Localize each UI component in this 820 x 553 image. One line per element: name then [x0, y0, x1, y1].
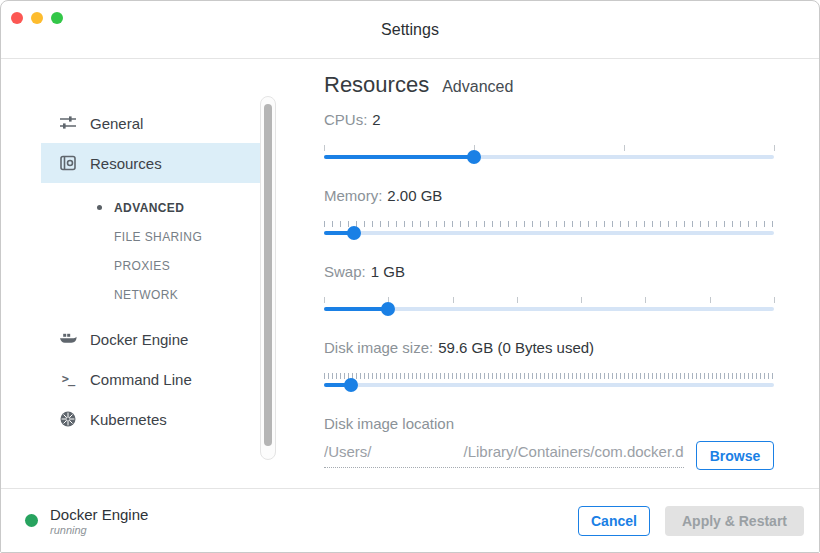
swap-value: 1 GB — [371, 263, 405, 280]
sidebar-item-general[interactable]: General — [41, 103, 263, 143]
sidebar-scrollbar-thumb[interactable] — [264, 104, 272, 446]
status-title: Docker Engine — [50, 506, 148, 523]
slider-handle[interactable] — [347, 226, 361, 240]
titlebar: Settings — [1, 1, 819, 59]
swap-slider-track-area[interactable] — [324, 297, 774, 315]
slider-handle[interactable] — [467, 150, 481, 164]
zoom-button[interactable] — [51, 12, 63, 24]
memory-label: Memory: — [324, 187, 382, 204]
browse-button[interactable]: Browse — [696, 441, 774, 470]
disk-size-label: Disk image size: — [324, 339, 433, 356]
sidebar-item-label: Resources — [90, 155, 162, 172]
sidebar-item-label: Docker Engine — [90, 331, 188, 348]
resources-sub-list: ADVANCED FILE SHARING PROXIES NETWORK — [41, 193, 263, 309]
resources-icon — [59, 154, 77, 172]
cpus-slider-track-area[interactable] — [324, 145, 774, 163]
sidebar-item-label: Kubernetes — [90, 411, 167, 428]
sidebar-item-kubernetes[interactable]: Kubernetes — [41, 399, 263, 439]
slider-fill — [324, 307, 388, 311]
sidebar-item-label: Command Line — [90, 371, 192, 388]
page-subtitle: Advanced — [442, 78, 513, 96]
footer-bar: Docker Engine running Cancel Apply & Res… — [1, 488, 819, 552]
slider-track[interactable] — [324, 383, 774, 387]
sidebar-subitem-file-sharing[interactable]: FILE SHARING — [41, 222, 263, 251]
sidebar-subitem-advanced[interactable]: ADVANCED — [41, 193, 263, 222]
main-panel: Resources Advanced CPUs:2 Memory:2.00 GB — [309, 59, 819, 489]
sidebar-subitem-proxies[interactable]: PROXIES — [41, 251, 263, 280]
sidebar-item-label: General — [90, 115, 143, 132]
cpus-value: 2 — [372, 111, 380, 128]
disk-size-slider: Disk image size:59.6 GB (0 Bytes used) — [324, 339, 774, 391]
page-title: Resources — [324, 72, 429, 98]
close-button[interactable] — [11, 12, 23, 24]
disk-size-value: 59.6 GB (0 Bytes used) — [438, 339, 594, 356]
settings-window: Settings General — [0, 0, 820, 553]
whale-icon — [59, 330, 77, 348]
slider-handle[interactable] — [344, 378, 358, 392]
slider-ticks — [324, 221, 774, 227]
cancel-button[interactable]: Cancel — [578, 506, 650, 536]
swap-slider: Swap:1 GB — [324, 263, 774, 315]
kubernetes-icon — [59, 410, 77, 428]
sidebar-item-docker-engine[interactable]: Docker Engine — [41, 319, 263, 359]
cpus-slider: CPUs:2 — [324, 111, 774, 163]
sidebar-scrollbar-track[interactable] — [260, 96, 276, 460]
status-state: running — [50, 524, 148, 536]
slider-track[interactable] — [324, 231, 774, 235]
slider-ticks — [324, 145, 774, 151]
disk-size-slider-track-area[interactable] — [324, 373, 774, 391]
window-title: Settings — [381, 21, 439, 39]
minimize-button[interactable] — [31, 12, 43, 24]
apply-restart-button[interactable]: Apply & Restart — [665, 506, 804, 536]
slider-fill — [324, 155, 474, 159]
traffic-lights — [11, 12, 63, 24]
cpus-label: CPUs: — [324, 111, 367, 128]
swap-label: Swap: — [324, 263, 366, 280]
sliders-icon — [59, 114, 77, 132]
sidebar: General Resources ADVANCED FILE SHARING — [1, 59, 309, 489]
terminal-icon: >_ — [59, 370, 77, 388]
sidebar-subitem-network[interactable]: NETWORK — [41, 280, 263, 309]
memory-value: 2.00 GB — [387, 187, 442, 204]
disk-location-path[interactable]: /Users//Library/Containers/com.docker.do… — [324, 443, 684, 468]
memory-slider: Memory:2.00 GB — [324, 187, 774, 239]
memory-slider-track-area[interactable] — [324, 221, 774, 239]
slider-ticks — [324, 373, 774, 379]
disk-location-section: Disk image location /Users//Library/Cont… — [324, 415, 774, 470]
disk-location-label: Disk image location — [324, 415, 774, 435]
status-dot — [25, 514, 38, 527]
sidebar-item-command-line[interactable]: >_ Command Line — [41, 359, 263, 399]
sidebar-item-resources[interactable]: Resources — [41, 143, 263, 183]
slider-handle[interactable] — [381, 302, 395, 316]
